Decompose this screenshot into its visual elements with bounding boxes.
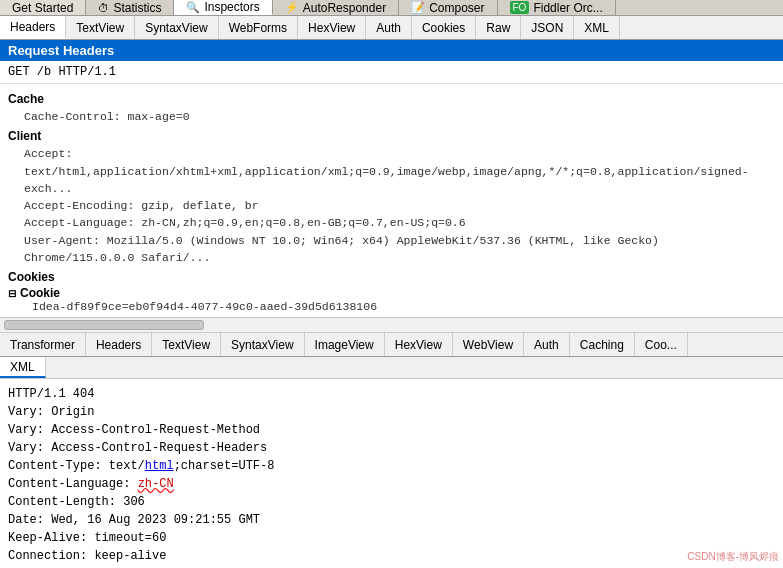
autoresponder-label: AutoResponder: [303, 1, 386, 15]
tab-inspectors[interactable]: 🔍 Inspectors: [174, 0, 272, 15]
resp-tab-caching[interactable]: Caching: [570, 333, 635, 356]
lower-section: Transformer Headers TextView SyntaxView …: [0, 333, 783, 568]
resp-line-9: Keep-Alive: timeout=60: [8, 529, 775, 547]
autoresponder-icon: ⚡: [285, 1, 299, 14]
resp-tab-transformer[interactable]: Transformer: [0, 333, 86, 356]
response-body: HTTP/1.1 404 Vary: Origin Vary: Access-C…: [0, 379, 783, 568]
accept-encoding-header: Accept-Encoding: gzip, deflate, br: [8, 197, 775, 214]
req-tab-raw[interactable]: Raw: [476, 16, 521, 39]
req-tab-xml[interactable]: XML: [574, 16, 620, 39]
request-headers-title: Request Headers: [0, 40, 783, 61]
resp-line-3: Vary: Access-Control-Request-Method: [8, 421, 775, 439]
fiddler-orchestra-label: Fiddler Orc...: [533, 1, 602, 15]
tab-get-started[interactable]: Get Started: [0, 0, 86, 15]
resp-tab-imageview[interactable]: ImageView: [305, 333, 385, 356]
resp-line-6: Content-Language: zh-CN: [8, 475, 775, 493]
cookie-expand-row[interactable]: ⊟ Cookie: [8, 286, 775, 300]
req-tab-headers[interactable]: Headers: [0, 16, 66, 39]
cookies-group-name: Cookies: [8, 270, 775, 284]
response-tabs-bar: Transformer Headers TextView SyntaxView …: [0, 333, 783, 357]
resp-tab-textview[interactable]: TextView: [152, 333, 221, 356]
resp-line-8: Date: Wed, 16 Aug 2023 09:21:55 GMT: [8, 511, 775, 529]
upper-section: Headers TextView SyntaxView WebForms Hex…: [0, 16, 783, 333]
composer-label: Composer: [429, 1, 484, 15]
inspectors-icon: 🔍: [186, 1, 200, 14]
req-tab-textview[interactable]: TextView: [66, 16, 135, 39]
resp-tab-headers[interactable]: Headers: [86, 333, 152, 356]
xml-tab-row: XML: [0, 357, 783, 379]
resp-line-1: HTTP/1.1 404: [8, 385, 775, 403]
cache-group-name: Cache: [8, 92, 775, 106]
minus-icon: ⊟: [8, 288, 16, 299]
req-tab-cookies[interactable]: Cookies: [412, 16, 476, 39]
cookie-name: Cookie: [20, 286, 60, 300]
statistics-label: Statistics: [113, 1, 161, 15]
resp-tab-auth[interactable]: Auth: [524, 333, 570, 356]
resp-tab-syntaxview[interactable]: SyntaxView: [221, 333, 304, 356]
cache-control-header: Cache-Control: max-age=0: [8, 108, 775, 125]
hscroll-thumb[interactable]: [4, 320, 204, 330]
cookie-value: Idea-df89f9ce=eb0f94d4-4077-49c0-aaed-39…: [8, 300, 775, 313]
html-link[interactable]: html: [145, 459, 174, 473]
headers-content: Cache Cache-Control: max-age=0 Client Ac…: [0, 84, 783, 317]
resp-tab-webview[interactable]: WebView: [453, 333, 524, 356]
inspectors-label: Inspectors: [204, 0, 259, 14]
resp-line-7: Content-Length: 306: [8, 493, 775, 511]
request-tabs-bar: Headers TextView SyntaxView WebForms Hex…: [0, 16, 783, 40]
request-line: GET /b HTTP/1.1: [0, 61, 783, 84]
resp-tab-coo[interactable]: Coo...: [635, 333, 688, 356]
user-agent-header: User-Agent: Mozilla/5.0 (Windows NT 10.0…: [8, 232, 775, 267]
req-tab-syntaxview[interactable]: SyntaxView: [135, 16, 218, 39]
horizontal-scrollbar[interactable]: [0, 317, 783, 333]
resp-line-2: Vary: Origin: [8, 403, 775, 421]
resp-line-4: Vary: Access-Control-Request-Headers: [8, 439, 775, 457]
tab-fiddler-orchestra[interactable]: FO Fiddler Orc...: [498, 0, 616, 15]
accept-language-header: Accept-Language: zh-CN,zh;q=0.9,en;q=0.8…: [8, 214, 775, 231]
resp-line-5: Content-Type: text/html;charset=UTF-8: [8, 457, 775, 475]
req-tab-webforms[interactable]: WebForms: [219, 16, 298, 39]
cookies-section: Cookies ⊟ Cookie Idea-df89f9ce=eb0f94d4-…: [8, 270, 775, 313]
watermark: CSDN博客-博风烬痕: [687, 550, 779, 564]
top-tabs-bar: Get Started ⏱ Statistics 🔍 Inspectors ⚡ …: [0, 0, 783, 16]
resp-tab-hexview[interactable]: HexView: [385, 333, 453, 356]
tab-composer[interactable]: 📝 Composer: [399, 0, 497, 15]
tab-autoresponder[interactable]: ⚡ AutoResponder: [273, 0, 399, 15]
resp-line-10: Connection: keep-alive: [8, 547, 775, 565]
accept-header: Accept: text/html,application/xhtml+xml,…: [8, 145, 775, 197]
get-started-label: Get Started: [12, 1, 73, 15]
fo-icon: FO: [510, 1, 530, 14]
main-container: Get Started ⏱ Statistics 🔍 Inspectors ⚡ …: [0, 0, 783, 568]
statistics-icon: ⏱: [98, 2, 109, 14]
composer-icon: 📝: [411, 1, 425, 14]
req-tab-json[interactable]: JSON: [521, 16, 574, 39]
zh-cn-text: zh-CN: [138, 477, 174, 491]
client-group-name: Client: [8, 129, 775, 143]
req-tab-auth[interactable]: Auth: [366, 16, 412, 39]
tab-statistics[interactable]: ⏱ Statistics: [86, 0, 174, 15]
xml-sub-tab[interactable]: XML: [0, 357, 46, 378]
req-tab-hexview[interactable]: HexView: [298, 16, 366, 39]
